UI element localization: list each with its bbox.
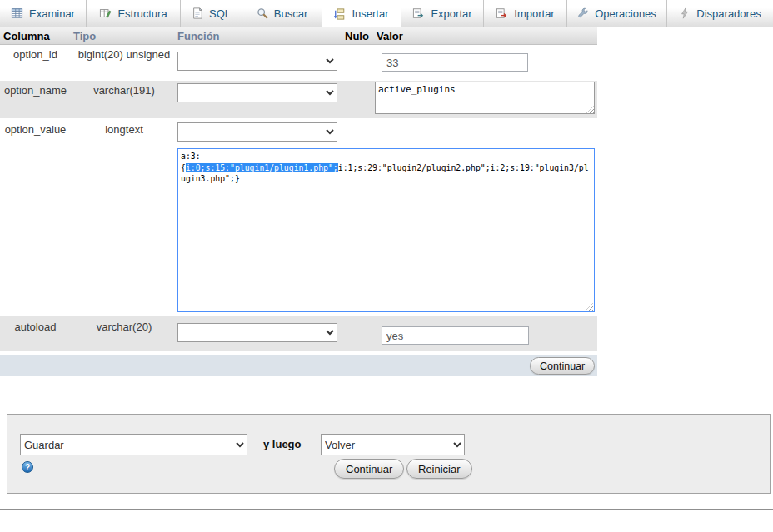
- column-type-option-value: longtext: [73, 123, 175, 136]
- insert-row-icon: [334, 8, 346, 20]
- export-icon: [412, 7, 425, 19]
- header-column: Columna: [3, 30, 50, 42]
- tab-import[interactable]: Importar: [484, 0, 567, 27]
- structure-icon: [99, 7, 112, 19]
- tab-search[interactable]: Buscar: [242, 0, 322, 27]
- header-function: Función: [177, 30, 220, 42]
- tab-sql-label: SQL: [209, 7, 231, 20]
- tab-triggers[interactable]: Disparadores: [667, 0, 773, 27]
- insert-grid-footer-band: [0, 355, 597, 376]
- tab-import-label: Importar: [514, 7, 554, 20]
- function-select-autoload[interactable]: [177, 323, 337, 342]
- browse-table-icon: [11, 7, 23, 19]
- sql-icon: [192, 7, 203, 19]
- tab-structure[interactable]: Estructura: [87, 0, 181, 27]
- tab-export-label: Exportar: [431, 7, 471, 20]
- operations-icon: [577, 7, 589, 19]
- function-select-option-id[interactable]: [177, 52, 337, 71]
- tab-export[interactable]: Exportar: [401, 0, 484, 27]
- search-icon: [257, 7, 268, 19]
- column-name-option-id: option_id: [0, 48, 71, 61]
- column-type-option-id: bigint(20) unsigned: [73, 48, 175, 61]
- phpmyadmin-insert-page: Examinar Estructura SQL: [0, 0, 773, 532]
- grid-go-button[interactable]: Continuar: [530, 357, 595, 375]
- tab-insert-label: Insertar: [352, 7, 388, 20]
- tab-sql[interactable]: SQL: [181, 0, 242, 27]
- function-select-option-name[interactable]: [177, 83, 337, 102]
- value-input-option-id[interactable]: [382, 53, 528, 72]
- insert-action-select[interactable]: Guardar: [20, 434, 247, 455]
- value-textarea-option-name[interactable]: active_plugins: [375, 82, 595, 114]
- column-name-option-value: option_value: [0, 123, 71, 136]
- tab-triggers-label: Disparadores: [696, 7, 761, 20]
- column-name-option-name: option_name: [0, 84, 71, 97]
- header-null: Nulo: [345, 30, 369, 42]
- resize-grip-icon[interactable]: [586, 303, 593, 311]
- function-select-option-value[interactable]: [177, 122, 337, 142]
- tab-operations[interactable]: Operaciones: [567, 0, 667, 27]
- serialized-text-selected: i:0;s:15:"plugin1/plugin1.php";: [186, 163, 338, 172]
- bottom-divider: [0, 509, 773, 510]
- after-insert-select[interactable]: Volver: [321, 434, 465, 455]
- tab-operations-label: Operaciones: [595, 7, 656, 20]
- continue-button[interactable]: Continuar: [334, 459, 404, 479]
- value-textarea-option-value[interactable]: a:3: {i:0;s:15:"plugin1/plugin1.php";i:1…: [177, 148, 595, 312]
- column-type-option-name: varchar(191): [73, 84, 175, 97]
- tab-browse[interactable]: Examinar: [0, 0, 87, 27]
- help-icon[interactable]: ?: [22, 461, 33, 473]
- tab-search-label: Buscar: [274, 7, 307, 20]
- header-value: Valor: [377, 30, 403, 42]
- column-name-autoload: autoload: [0, 321, 71, 333]
- import-icon: [496, 7, 508, 19]
- value-input-autoload[interactable]: [382, 326, 529, 345]
- header-type: Tipo: [73, 30, 96, 42]
- tab-structure-label: Estructura: [117, 7, 167, 20]
- triggers-icon: [679, 7, 691, 19]
- column-type-autoload: varchar(20): [73, 321, 175, 333]
- and-then-label: y luego: [263, 438, 302, 450]
- tab-insert[interactable]: Insertar: [322, 0, 401, 27]
- table-tab-bar: Examinar Estructura SQL: [0, 0, 773, 27]
- tab-browse-label: Examinar: [29, 7, 75, 20]
- insert-grid-header: Columna Tipo Función Nulo Valor: [0, 27, 597, 45]
- reset-button[interactable]: Reiniciar: [406, 459, 472, 479]
